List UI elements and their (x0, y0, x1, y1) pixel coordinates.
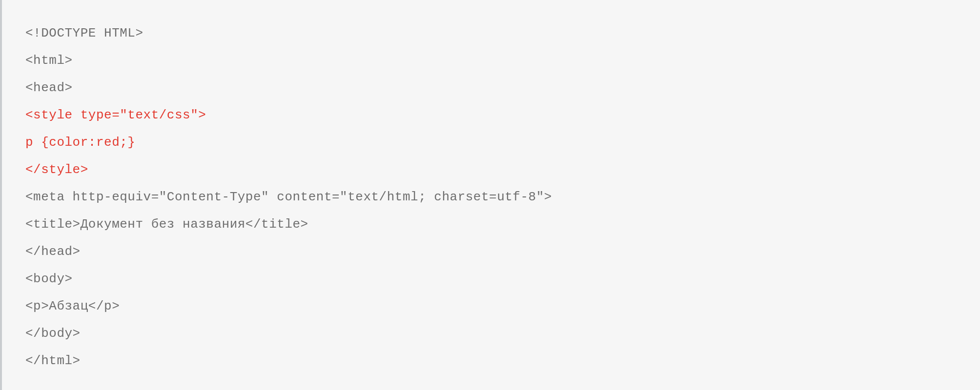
code-line: </html> (25, 347, 960, 374)
code-line: <body> (25, 265, 960, 292)
code-line: <head> (25, 74, 960, 101)
code-line: <meta http-equiv="Content-Type" content=… (25, 183, 960, 211)
code-line: </head> (25, 238, 960, 265)
code-line: <title>Документ без названия</title> (25, 211, 960, 238)
code-line: <!DOCTYPE HTML> (25, 20, 960, 47)
code-line: </body> (25, 320, 960, 347)
code-block: <!DOCTYPE HTML> <html> <head> <style typ… (0, 0, 980, 390)
code-line-highlight: </style> (25, 156, 960, 183)
code-line-highlight: <style type="text/css"> (25, 101, 960, 129)
code-line: <html> (25, 47, 960, 74)
code-line: <p>Абзац</p> (25, 292, 960, 320)
code-line-highlight: p {color:red;} (25, 129, 960, 156)
